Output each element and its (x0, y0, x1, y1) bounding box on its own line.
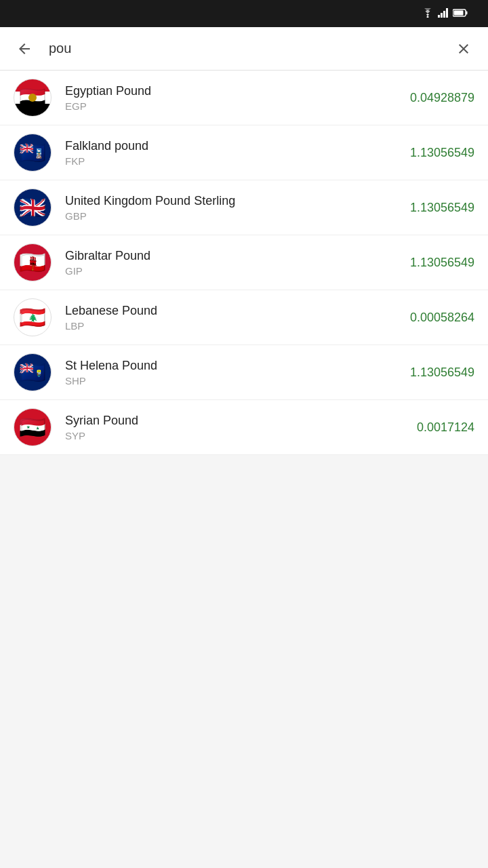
svg-rect-6 (466, 12, 468, 15)
currency-info-lbp: Lebanese Pound LBP (65, 303, 410, 332)
currency-list: 🇪🇬 Egyptian Pound EGP 0.04928879 🇫🇰 Falk… (0, 71, 488, 455)
currency-rate-lbp: 0.00058264 (410, 311, 474, 325)
battery-icon (453, 8, 468, 19)
flag-gip: 🇬🇮 (14, 243, 52, 281)
currency-item-gbp[interactable]: 🇬🇧 United Kingdom Pound Sterling GBP 1.1… (0, 180, 488, 235)
currency-rate-fkp: 1.13056549 (410, 146, 474, 160)
currency-info-gbp: United Kingdom Pound Sterling GBP (65, 193, 410, 222)
currency-info-gip: Gibraltar Pound GIP (65, 248, 410, 277)
currency-item-shp[interactable]: 🇸🇭 St Helena Pound SHP 1.13056549 (0, 345, 488, 400)
currency-code-gip: GIP (65, 265, 410, 277)
status-bar (0, 0, 488, 27)
signal-icon (438, 8, 449, 20)
currency-item-lbp[interactable]: 🇱🇧 Lebanese Pound LBP 0.00058264 (0, 290, 488, 345)
currency-item-gip[interactable]: 🇬🇮 Gibraltar Pound GIP 1.13056549 (0, 235, 488, 290)
currency-info-fkp: Falkland pound FKP (65, 138, 410, 167)
currency-code-fkp: FKP (65, 155, 410, 167)
svg-rect-3 (443, 11, 445, 18)
top-bar (0, 27, 488, 71)
currency-info-syp: Syrian Pound SYP (65, 413, 417, 441)
currency-item-syp[interactable]: 🇸🇾 Syrian Pound SYP 0.0017124 (0, 400, 488, 455)
currency-rate-syp: 0.0017124 (417, 420, 474, 435)
flag-lbp: 🇱🇧 (14, 298, 52, 336)
currency-name-egp: Egyptian Pound (65, 83, 410, 99)
flag-fkp: 🇫🇰 (14, 134, 52, 172)
svg-rect-2 (441, 13, 443, 18)
currency-code-shp: SHP (65, 375, 410, 387)
currency-name-fkp: Falkland pound (65, 138, 410, 154)
flag-shp: 🇸🇭 (14, 353, 52, 391)
currency-name-gbp: United Kingdom Pound Sterling (65, 193, 410, 209)
svg-rect-1 (438, 15, 440, 18)
svg-point-0 (427, 16, 429, 18)
back-button[interactable] (11, 35, 38, 62)
currency-code-egp: EGP (65, 100, 410, 112)
currency-name-shp: St Helena Pound (65, 358, 410, 374)
currency-rate-gbp: 1.13056549 (410, 201, 474, 215)
currency-name-syp: Syrian Pound (65, 413, 417, 429)
currency-info-shp: St Helena Pound SHP (65, 358, 410, 387)
flag-gbp: 🇬🇧 (14, 189, 52, 226)
wifi-icon (422, 8, 434, 20)
currency-name-gip: Gibraltar Pound (65, 248, 410, 264)
currency-name-lbp: Lebanese Pound (65, 303, 410, 319)
flag-egp: 🇪🇬 (14, 79, 52, 117)
currency-rate-shp: 1.13056549 (410, 366, 474, 380)
currency-rate-gip: 1.13056549 (410, 256, 474, 270)
currency-item-egp[interactable]: 🇪🇬 Egyptian Pound EGP 0.04928879 (0, 71, 488, 125)
currency-code-gbp: GBP (65, 210, 410, 222)
flag-syp: 🇸🇾 (14, 408, 52, 446)
currency-code-lbp: LBP (65, 320, 410, 332)
currency-item-fkp[interactable]: 🇫🇰 Falkland pound FKP 1.13056549 (0, 125, 488, 180)
svg-rect-7 (454, 11, 464, 16)
search-input[interactable] (49, 41, 439, 56)
clear-button[interactable] (450, 35, 477, 62)
svg-rect-4 (446, 8, 448, 18)
currency-info-egp: Egyptian Pound EGP (65, 83, 410, 112)
currency-rate-egp: 0.04928879 (410, 91, 474, 105)
currency-code-syp: SYP (65, 430, 417, 441)
